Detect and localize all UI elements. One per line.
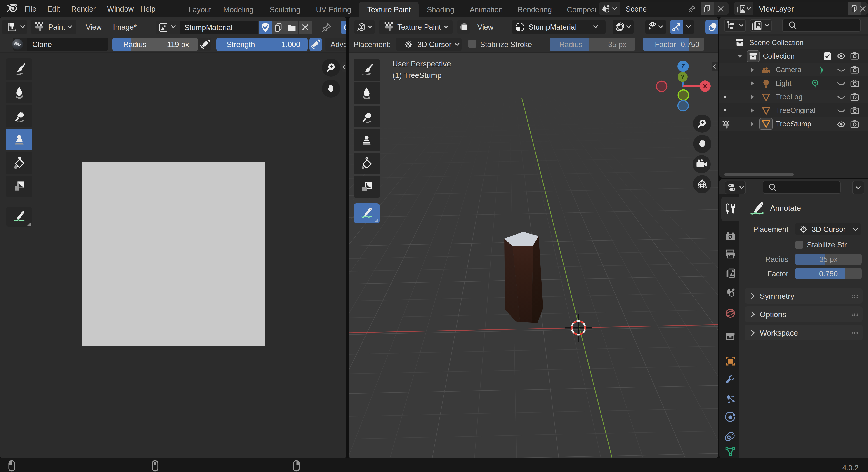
svg-text:Z: Z xyxy=(681,63,685,70)
svg-text:Y: Y xyxy=(681,74,684,81)
svg-text:X: X xyxy=(703,83,707,90)
